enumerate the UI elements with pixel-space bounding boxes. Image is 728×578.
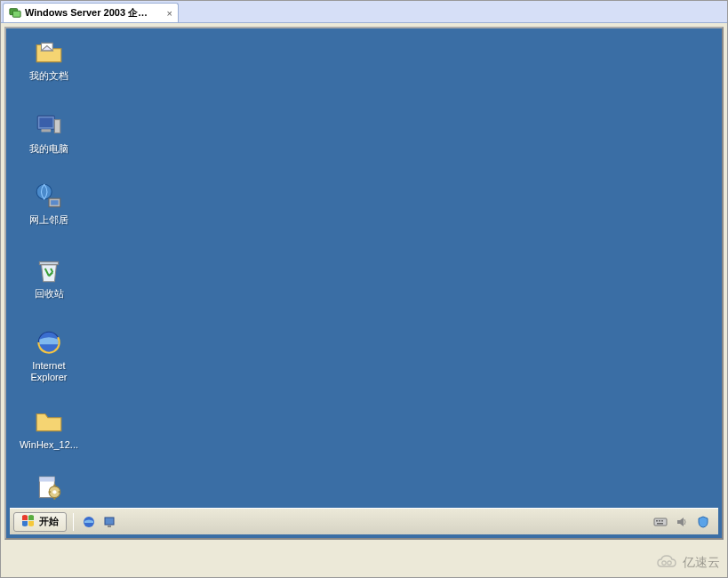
vm-tabbar: Windows Server 2003 企… × — [1, 1, 727, 23]
desktop-icon-internet-explorer[interactable]: Internet Explorer — [13, 327, 84, 383]
desktop[interactable]: 我的文档 我的电脑 网上邻居 回收站 Internet Explorer — [4, 27, 724, 540]
svg-rect-17 — [105, 518, 114, 525]
svg-rect-13 — [39, 477, 54, 481]
svg-rect-1 — [12, 11, 20, 17]
desktop-frame: 我的文档 我的电脑 网上邻居 回收站 Internet Explorer — [1, 23, 727, 543]
watermark-text: 亿速云 — [683, 555, 720, 571]
icon-label: 回收站 — [35, 288, 64, 300]
svg-rect-4 — [54, 120, 60, 133]
desktop-icon-my-computer[interactable]: 我的电脑 — [13, 110, 84, 155]
windows-logo-icon — [21, 514, 36, 530]
tray-icon-keyboard[interactable] — [652, 514, 668, 530]
svg-rect-3 — [39, 118, 52, 128]
svg-rect-18 — [108, 526, 111, 527]
tray-icon-security[interactable] — [695, 514, 711, 530]
vm-tab-title: Windows Server 2003 企… — [25, 6, 148, 20]
vm-tab[interactable]: Windows Server 2003 企… × — [3, 3, 179, 22]
svg-point-15 — [52, 490, 56, 494]
folder-icon — [34, 406, 64, 437]
vm-tab-icon — [9, 6, 21, 20]
icon-label: 我的文档 — [29, 70, 68, 82]
svg-rect-9 — [39, 261, 58, 264]
start-button[interactable]: 开始 — [13, 512, 67, 532]
icon-label: 网上邻居 — [29, 214, 68, 226]
svg-rect-19 — [654, 518, 667, 526]
network-icon — [34, 181, 64, 212]
icon-label: 我的电脑 — [29, 143, 68, 155]
svg-point-6 — [36, 184, 52, 199]
ini-file-icon — [34, 473, 64, 503]
ie-icon — [34, 327, 64, 357]
svg-rect-20 — [656, 520, 658, 522]
icon-label: WinHex_12... — [20, 439, 78, 451]
desktop-icon-my-documents[interactable]: 我的文档 — [13, 37, 84, 82]
system-tray — [652, 514, 715, 530]
tray-icon-sound[interactable] — [674, 514, 690, 530]
svg-rect-8 — [51, 200, 59, 205]
icon-label: Internet Explorer — [31, 360, 68, 383]
svg-point-24 — [662, 561, 666, 565]
svg-rect-5 — [42, 129, 52, 132]
quicklaunch-show-desktop[interactable] — [101, 513, 119, 531]
svg-rect-22 — [661, 520, 663, 522]
computer-icon — [34, 110, 64, 140]
svg-rect-21 — [659, 520, 660, 522]
folder-documents-icon — [34, 37, 64, 68]
watermark: 亿速云 — [654, 554, 720, 572]
desktop-icon-winhex-folder[interactable]: WinHex_12... — [13, 406, 84, 451]
tab-close-icon[interactable]: × — [167, 8, 172, 19]
start-label: 开始 — [39, 515, 59, 528]
desktop-icon-network-places[interactable]: 网上邻居 — [13, 181, 84, 226]
svg-rect-23 — [657, 523, 663, 525]
desktop-icon-recycle-bin[interactable]: 回收站 — [13, 255, 84, 300]
recycle-bin-icon — [34, 255, 64, 285]
quicklaunch-ie[interactable] — [80, 513, 98, 531]
taskbar-separator — [73, 513, 74, 531]
taskbar: 开始 — [10, 508, 718, 534]
svg-point-25 — [668, 561, 671, 565]
